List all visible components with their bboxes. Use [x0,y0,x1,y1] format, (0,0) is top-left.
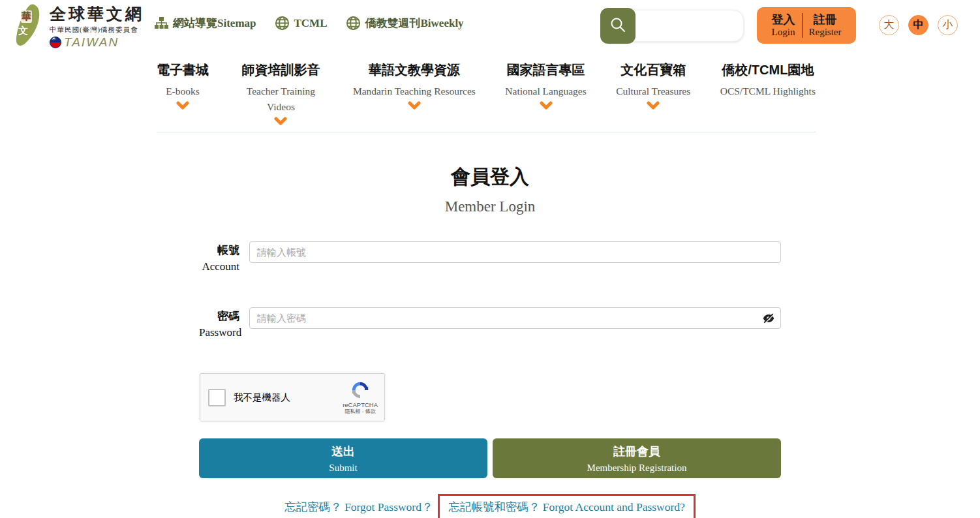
logo-char-top: 華 [21,10,32,23]
biweekly-label: 僑教雙週刊Biweekly [365,16,464,31]
forgot-password-link[interactable]: 忘記密碼？ Forgot Password？ [284,499,433,515]
membership-registration-button[interactable]: 註冊會員 Membership Registration [493,438,781,478]
account-label-en: Account [199,260,239,273]
utility-nav: 網站導覽Sitemap TCML 僑教雙週刊Biweekly [155,16,464,31]
eye-slash-icon [762,317,775,327]
font-size-large-button[interactable]: 大 [879,15,899,35]
globe-icon [275,16,290,31]
logo-country: TAIWAN [64,35,119,50]
logo-char-bottom: 文 [18,25,28,37]
tcml-link[interactable]: TCML [275,16,328,31]
highlight-red-box: 忘記帳號和密碼？ Forgot Account and Password? [438,494,695,518]
action-buttons: 送出 Submit 註冊會員 Membership Registration [199,438,781,478]
nav-zh-label: 僑校/TCML園地 [720,61,816,79]
recaptcha-icon [343,380,378,400]
taiwan-flag-icon [50,37,61,48]
nav-zh-label: 師資培訓影音 [238,61,323,79]
tcml-label: TCML [294,17,328,30]
search-icon [609,16,626,35]
font-size-small-button[interactable]: 小 [938,15,958,35]
login-form: 帳號 Account 密碼 Password [199,241,781,518]
chevron-down-icon [540,100,553,112]
recaptcha-checkbox[interactable] [208,389,226,406]
site-header: 華 文 全球華文網 中華民國(臺灣)僑務委員會 TAIWAN [0,0,980,53]
account-row: 帳號 Account [199,241,781,273]
register-label-zh: 註冊會員 [493,444,781,459]
font-size-medium-button[interactable]: 中 [908,15,928,35]
nav-item-teacher-training[interactable]: 師資培訓影音 Teacher Training Videos [238,61,323,128]
nav-en-label: OCS/TCML Highlights [720,84,816,99]
nav-zh-label: 華語文教學資源 [353,61,476,79]
login-register-button[interactable]: 登入 Login 註冊 Register [757,7,856,44]
register-label-en: Register [809,27,842,38]
search-bar [600,8,745,44]
password-label-en: Password [199,326,239,339]
chevron-down-icon [176,100,189,112]
nav-zh-label: 文化百寶箱 [616,61,690,79]
nav-item-national-languages[interactable]: 國家語言專區 National Languages [505,61,586,128]
submit-label-zh: 送出 [199,444,487,459]
page-title-en: Member Login [0,198,980,215]
nav-en-label: E-books [157,84,209,99]
recaptcha-label: 我不是機器人 [234,391,343,404]
submit-button[interactable]: 送出 Submit [199,438,487,478]
register-label-zh: 註冊 [809,13,842,27]
site-logo[interactable]: 華 文 全球華文網 中華民國(臺灣)僑務委員會 TAIWAN [9,3,144,50]
nav-item-mandarin-resources[interactable]: 華語文教學資源 Mandarin Teaching Resources [353,61,476,128]
page-title: 會員登入 Member Login [0,164,980,215]
login-label-en: Login [772,27,795,38]
chevron-down-icon [408,100,421,112]
nav-item-ocs-tcml[interactable]: 僑校/TCML園地 OCS/TCML Highlights [720,61,816,128]
forgot-account-password-link[interactable]: 忘記帳號和密碼？ Forgot Account and Password? [448,500,684,513]
nav-zh-label: 國家語言專區 [505,61,586,79]
login-label-zh: 登入 [772,13,795,27]
chevron-down-icon [274,116,287,128]
sitemap-label: 網站導覽Sitemap [173,16,256,31]
password-label-zh: 密碼 [199,309,239,324]
recaptcha-brand: reCAPTCHA [343,401,378,408]
password-row: 密碼 Password [199,307,781,339]
forgot-links: 忘記密碼？ Forgot Password？ 忘記帳號和密碼？ Forgot A… [199,494,781,518]
sitemap-link[interactable]: 網站導覽Sitemap [155,16,256,31]
recaptcha-widget: 我不是機器人 reCAPTCHA 隱私權 - 條款 [200,373,385,421]
nav-item-cultural-treasures[interactable]: 文化百寶箱 Cultural Treasures [616,61,690,128]
font-size-controls: 大 中 小 [879,15,958,35]
search-button[interactable] [600,8,635,44]
register-label-en: Membership Registration [493,463,781,474]
page-title-zh: 會員登入 [0,164,980,190]
nav-en-label: National Languages [505,84,586,99]
password-input[interactable] [249,307,781,329]
recaptcha-terms-link[interactable]: 隱私權 - 條款 [343,408,378,415]
logo-subtitle: 中華民國(臺灣)僑務委員會 [50,25,144,35]
nav-en-label: Mandarin Teaching Resources [353,84,476,99]
main-nav: 電子書城 E-books 師資培訓影音 Teacher Training Vid… [157,61,816,132]
sitemap-icon [155,17,168,29]
taiwan-island-icon: 華 文 [9,3,47,50]
chevron-down-icon [647,100,660,112]
nav-en-label: Cultural Treasures [616,84,690,99]
nav-item-ebooks[interactable]: 電子書城 E-books [157,61,209,128]
password-visibility-toggle[interactable] [762,312,775,325]
account-input[interactable] [249,241,781,263]
biweekly-link[interactable]: 僑教雙週刊Biweekly [346,16,464,31]
logo-title: 全球華文網 [50,3,144,25]
globe-icon [346,16,361,31]
submit-label-en: Submit [199,463,487,474]
account-label-zh: 帳號 [199,243,239,258]
nav-en-label: Teacher Training Videos [238,84,323,115]
chevron-down-icon [761,100,774,112]
nav-zh-label: 電子書城 [157,61,209,79]
